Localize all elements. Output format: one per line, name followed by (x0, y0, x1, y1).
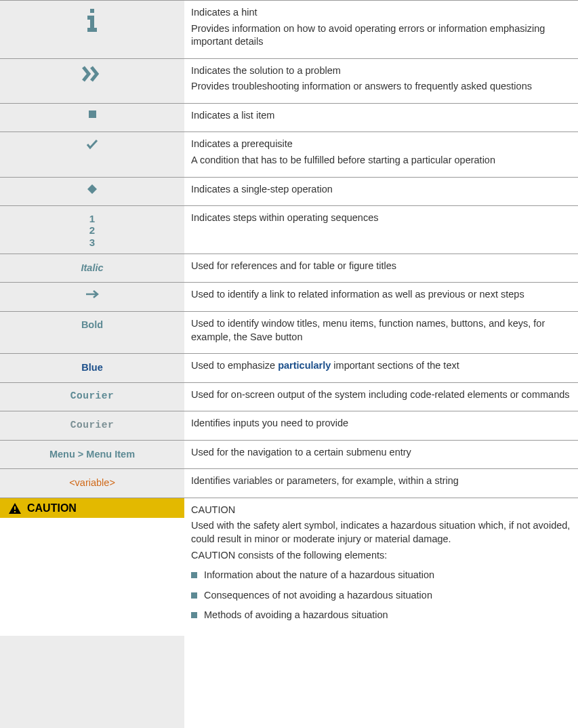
svg-rect-0 (90, 9, 94, 13)
row-singlestep: Indicates a single-step operation (0, 177, 578, 206)
description-cell: Indicates steps within operating sequenc… (184, 206, 578, 254)
row-courier-bold: Courier Identifies inputs you need to pr… (0, 411, 578, 440)
desc-line: Indicates a list item (191, 109, 571, 123)
desc-line: Indicates a single-step operation (191, 183, 571, 197)
courier-bold-label: Courier (70, 419, 114, 432)
description-cell: Indicates a list item (184, 104, 578, 132)
desc-line: Provides information on how to avoid ope… (191, 22, 571, 49)
list-item: Consequences of not avoiding a hazardous… (191, 589, 571, 603)
diamond-icon (87, 184, 97, 194)
caution-heading: CAUTION (191, 504, 571, 517)
description-cell: Indicates a single-step operation (184, 178, 578, 206)
row-italic: Italic Used for references and for table… (0, 254, 578, 283)
description-cell: Used for on-screen output of the system … (184, 383, 578, 411)
desc-line: Used for on-screen output of the system … (191, 388, 571, 402)
square-bullet-icon (191, 572, 197, 578)
double-chevron-icon (82, 66, 102, 82)
svg-rect-8 (14, 511, 16, 512)
description-cell: Used for the navigation to a certain sub… (184, 441, 578, 469)
symbol-cell: Italic (0, 254, 184, 283)
svg-rect-5 (87, 184, 97, 194)
symbol-cell: CAUTION (0, 498, 184, 636)
square-bullet-icon (89, 110, 96, 118)
row-solution: Indicates the solution to a problem Prov… (0, 58, 578, 103)
desc-line: Used with the safety alert symbol, indic… (191, 519, 571, 546)
step-num: 2 (89, 224, 95, 236)
list-item: Methods of avoiding a hazardous situatio… (191, 609, 571, 622)
symbol-cell (0, 178, 184, 206)
caution-label: CAUTION (27, 501, 77, 516)
description-cell: Used to emphasize particularly important… (184, 354, 578, 382)
description-cell: Used to identify a link to related infor… (184, 283, 578, 311)
desc-line: Indicates the solution to a problem (191, 64, 571, 78)
menu-label: Menu > Menu Item (49, 448, 135, 462)
symbol-cell: Menu > Menu Item (0, 441, 184, 469)
desc-line: Identifies variables or parameters, for … (191, 474, 571, 488)
symbol-cell (0, 104, 184, 132)
description-cell: Used to identify window titles, menu ite… (184, 312, 578, 353)
row-variable: <variable> Identifies variables or param… (0, 468, 578, 498)
description-cell: Used for references and for table or fig… (184, 254, 578, 283)
desc-line: Used to identify window titles, menu ite… (191, 317, 571, 344)
desc-line: Used to emphasize particularly important… (191, 359, 571, 373)
symbol-cell (0, 283, 184, 311)
description-cell: CAUTION Used with the safety alert symbo… (184, 498, 578, 636)
description-cell: Identifies inputs you need to provide (184, 411, 578, 440)
symbol-cell: Blue (0, 354, 184, 382)
description-cell: Identifies variables or parameters, for … (184, 469, 578, 498)
symbol-cell: <variable> (0, 469, 184, 498)
square-bullet-icon (191, 612, 197, 618)
description-cell: Indicates a hint Provides information on… (184, 1, 578, 58)
courier-label: Courier (70, 390, 114, 403)
desc-line: Identifies inputs you need to provide (191, 417, 571, 430)
row-caution: CAUTION CAUTION Used with the safety ale… (0, 498, 578, 636)
symbol-cell: Courier (0, 411, 184, 440)
caution-banner: CAUTION (0, 498, 184, 519)
blue-label: Blue (81, 361, 102, 375)
desc-line: Indicates steps within operating sequenc… (191, 211, 571, 225)
row-hint: Indicates a hint Provides information on… (0, 0, 578, 58)
warning-triangle-icon (8, 502, 22, 514)
arrow-right-icon (85, 289, 99, 299)
symbol-cell (0, 636, 184, 728)
symbol-cell (0, 1, 184, 58)
row-courier: Courier Used for on-screen output of the… (0, 382, 578, 411)
svg-rect-2 (90, 16, 94, 28)
caution-bullets: Information about the nature of a hazard… (191, 569, 571, 622)
symbol-cell: Courier (0, 383, 184, 411)
row-bold: Bold Used to identify window titles, men… (0, 311, 578, 353)
symbol-cell: 1 2 3 (0, 206, 184, 254)
svg-rect-7 (14, 506, 16, 510)
checkmark-icon (86, 139, 98, 150)
row-steps: 1 2 3 Indicates steps within operating s… (0, 205, 578, 254)
steps-icon: 1 2 3 (89, 213, 95, 248)
desc-line: Provides troubleshooting information or … (191, 80, 571, 94)
desc-line: A condition that has to be fulfilled bef… (191, 154, 571, 167)
bold-label: Bold (81, 319, 103, 332)
desc-line: Indicates a hint (191, 6, 571, 20)
description-cell: Indicates the solution to a problem Prov… (184, 59, 578, 103)
symbol-cell: Bold (0, 312, 184, 353)
symbol-cell (0, 132, 184, 176)
row-listitem: Indicates a list item (0, 103, 578, 132)
step-num: 1 (89, 213, 95, 224)
row-arrow: Used to identify a link to related infor… (0, 282, 578, 311)
italic-label: Italic (81, 262, 103, 275)
info-icon (85, 7, 99, 32)
description-cell: Indicates a prerequisite A condition tha… (184, 132, 578, 176)
square-bullet-icon (191, 592, 197, 599)
desc-line: CAUTION consists of the following elemen… (191, 549, 571, 563)
row-blue: Blue Used to emphasize particularly impo… (0, 353, 578, 382)
svg-rect-3 (87, 28, 97, 32)
list-item: Information about the nature of a hazard… (191, 569, 571, 582)
variable-label: <variable> (69, 477, 115, 490)
row-menu: Menu > Menu Item Used for the navigation… (0, 440, 578, 469)
svg-rect-4 (89, 110, 96, 118)
desc-line: Used to identify a link to related infor… (191, 288, 571, 302)
row-prerequisite: Indicates a prerequisite A condition tha… (0, 132, 578, 176)
symbol-cell (0, 59, 184, 103)
step-num: 3 (89, 237, 95, 248)
desc-line: Used for the navigation to a certain sub… (191, 446, 571, 460)
footer-gap (0, 636, 578, 728)
desc-line: Used for references and for table or fig… (191, 260, 571, 273)
